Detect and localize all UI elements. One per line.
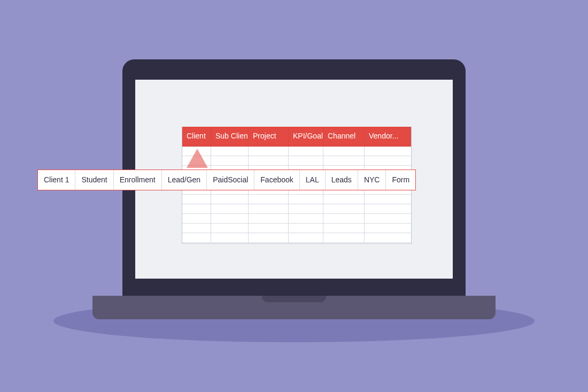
callout-cell-client: Client 1: [38, 170, 75, 190]
callout-cell-facebook: Facebook: [254, 170, 299, 190]
cell[interactable]: [211, 224, 249, 233]
header-client[interactable]: Client: [182, 127, 211, 146]
cell[interactable]: [249, 204, 289, 213]
callout-cell-form: Form: [386, 170, 415, 190]
cell[interactable]: [182, 204, 211, 213]
table-row[interactable]: [182, 156, 411, 166]
cell[interactable]: [365, 214, 411, 223]
header-channel[interactable]: Channel: [323, 127, 365, 146]
cell[interactable]: [323, 204, 365, 213]
laptop-notch: [262, 296, 326, 302]
cell[interactable]: [365, 204, 411, 213]
cell[interactable]: [289, 204, 323, 213]
cell[interactable]: [323, 214, 365, 223]
cell[interactable]: [323, 224, 365, 233]
cell[interactable]: [211, 147, 249, 156]
table-row[interactable]: [182, 214, 411, 224]
cell[interactable]: [323, 156, 365, 165]
table-row[interactable]: [182, 204, 411, 214]
callout-cell-nyc: NYC: [358, 170, 386, 190]
cell[interactable]: [249, 214, 289, 223]
cell[interactable]: [182, 233, 211, 242]
cell[interactable]: [365, 195, 411, 204]
cell[interactable]: [323, 147, 365, 156]
header-kpi-goal[interactable]: KPI/Goal: [289, 127, 323, 146]
cell[interactable]: [323, 195, 365, 204]
cell[interactable]: [323, 233, 365, 242]
cell[interactable]: [249, 147, 289, 156]
cell[interactable]: [211, 195, 249, 204]
cell[interactable]: [211, 233, 249, 242]
cell[interactable]: [289, 195, 323, 204]
cell[interactable]: [365, 224, 411, 233]
spreadsheet-header-row: Client Sub Client Project KPI/Goal Chann…: [182, 127, 411, 147]
callout-cell-student: Student: [75, 170, 113, 190]
cell[interactable]: [289, 214, 323, 223]
cell[interactable]: [182, 224, 211, 233]
cell[interactable]: [365, 156, 411, 165]
callout-cell-leads: Leads: [326, 170, 358, 190]
callout-cell-lal: LAL: [300, 170, 326, 190]
cell[interactable]: [289, 156, 323, 165]
cell[interactable]: [249, 156, 289, 165]
cell[interactable]: [182, 214, 211, 223]
callout-cell-paidsocial: PaidSocial: [207, 170, 254, 190]
callout-cell-enrollment: Enrollment: [114, 170, 162, 190]
cell[interactable]: [249, 195, 289, 204]
cell[interactable]: [211, 204, 249, 213]
header-sub-client[interactable]: Sub Client: [211, 127, 249, 146]
table-row[interactable]: [182, 147, 411, 156]
table-row[interactable]: [182, 233, 411, 243]
cell[interactable]: [249, 233, 289, 242]
header-vendor[interactable]: Vendor...: [365, 127, 411, 146]
cell[interactable]: [182, 195, 211, 204]
cell[interactable]: [211, 156, 249, 165]
cell[interactable]: [365, 233, 411, 242]
cell[interactable]: [289, 233, 323, 242]
table-row[interactable]: [182, 195, 411, 204]
callout-cell-lead-gen: Lead/Gen: [162, 170, 207, 190]
callout-strip: Client 1 Student Enrollment Lead/Gen Pai…: [37, 170, 416, 190]
header-project[interactable]: Project: [249, 127, 289, 146]
cell[interactable]: [249, 224, 289, 233]
table-row[interactable]: [182, 224, 411, 233]
cell[interactable]: [211, 214, 249, 223]
pointer-triangle-icon: [187, 149, 208, 168]
cell[interactable]: [289, 147, 323, 156]
cell[interactable]: [289, 224, 323, 233]
cell[interactable]: [365, 147, 411, 156]
